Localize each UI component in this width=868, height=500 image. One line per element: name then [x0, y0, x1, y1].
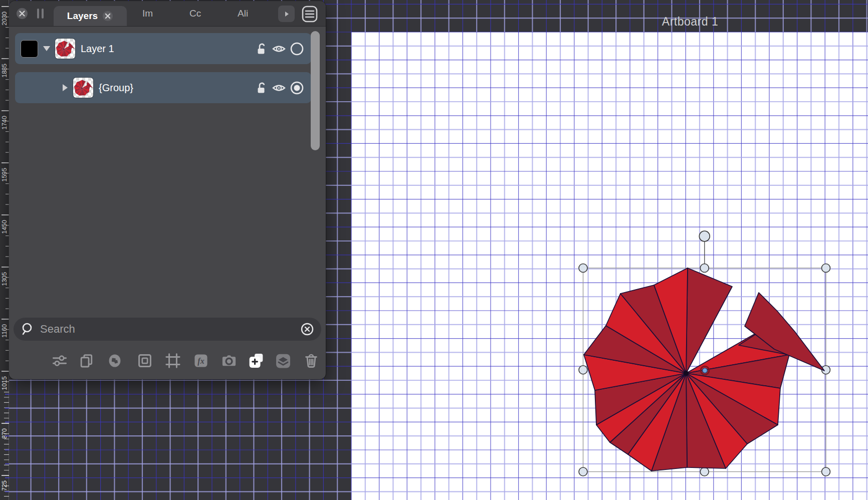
handle-top-center[interactable]: [700, 264, 709, 273]
artboard-button[interactable]: [164, 352, 182, 370]
group-thumbnail[interactable]: [73, 78, 93, 98]
svg-text:1450: 1450: [1, 220, 8, 234]
shape-hub: [684, 371, 689, 376]
search-icon: [21, 322, 36, 337]
tab-colors[interactable]: Cc: [189, 1, 201, 26]
svg-text:870: 870: [1, 428, 8, 439]
handle-top-left[interactable]: [579, 264, 587, 273]
lock-open-icon[interactable]: [255, 81, 268, 95]
search-placeholder: Search: [40, 323, 300, 336]
chevron-right-icon[interactable]: [59, 82, 70, 93]
handle-mid-left[interactable]: [579, 366, 587, 374]
layers-panel: Layers Im Cc Ali Layer 1: [9, 1, 326, 379]
svg-text:1740: 1740: [1, 116, 8, 130]
tab-overflow-button[interactable]: [278, 6, 295, 22]
lock-open-icon[interactable]: [255, 42, 268, 56]
panel-menu-icon[interactable]: [301, 5, 319, 23]
tab-alignment[interactable]: Ali: [238, 1, 248, 26]
svg-text:1885: 1885: [1, 64, 8, 78]
delete-button[interactable]: [302, 352, 320, 370]
camera-button[interactable]: [220, 352, 238, 370]
vertical-ruler: 20301885174015951450130511601015870725: [0, 0, 9, 500]
panel-drag-handle-icon[interactable]: [37, 9, 44, 19]
layer-color-swatch[interactable]: [21, 40, 38, 58]
handle-top-right[interactable]: [822, 264, 830, 273]
symbols-button[interactable]: [106, 352, 124, 370]
panel-header: Layers Im Cc Ali: [9, 1, 326, 27]
svg-text:725: 725: [1, 480, 8, 491]
group-name[interactable]: {Group}: [99, 82, 255, 94]
rotation-handle[interactable]: [699, 231, 710, 241]
svg-text:1015: 1015: [1, 376, 8, 390]
effects-button[interactable]: fx: [192, 352, 210, 370]
layer-name[interactable]: Layer 1: [81, 43, 255, 55]
layer-thumbnail[interactable]: [55, 39, 75, 59]
new-layer-button[interactable]: [247, 352, 265, 370]
handle-bottom-right[interactable]: [822, 467, 830, 476]
panel-close-icon[interactable]: [16, 8, 28, 20]
target-circle-icon[interactable]: [290, 42, 304, 56]
mask-button[interactable]: [136, 352, 154, 370]
handle-bottom-center[interactable]: [700, 467, 709, 476]
adjustments-button[interactable]: [51, 352, 69, 370]
play-icon: [283, 11, 290, 18]
collapse-layers-button[interactable]: [274, 352, 292, 370]
tab-images[interactable]: Im: [142, 1, 153, 26]
artboard-title[interactable]: Artboard 1: [640, 15, 740, 29]
tab-close-icon[interactable]: [102, 11, 113, 22]
layer-row-group[interactable]: {Group}: [15, 72, 311, 103]
tab-layers-label: Layers: [67, 11, 98, 22]
target-circle-selected-icon[interactable]: [290, 81, 304, 95]
tab-layers[interactable]: Layers: [54, 6, 127, 26]
svg-text:1305: 1305: [1, 272, 8, 286]
svg-text:2030: 2030: [1, 12, 8, 26]
eye-icon[interactable]: [272, 42, 286, 56]
handle-bottom-left[interactable]: [579, 467, 587, 476]
eye-icon[interactable]: [272, 81, 286, 95]
svg-text:fx: fx: [197, 357, 204, 366]
svg-text:1595: 1595: [1, 168, 8, 182]
svg-text:1160: 1160: [1, 324, 8, 338]
layer-row-layer1[interactable]: Layer 1: [15, 33, 311, 64]
chevron-down-icon[interactable]: [38, 45, 55, 53]
search-clear-icon[interactable]: [300, 322, 314, 336]
panel-scrollbar[interactable]: [311, 31, 320, 150]
panel-toolbar: fx: [9, 347, 326, 377]
search-input[interactable]: Search: [14, 318, 321, 341]
duplicate-button[interactable]: [78, 352, 96, 370]
